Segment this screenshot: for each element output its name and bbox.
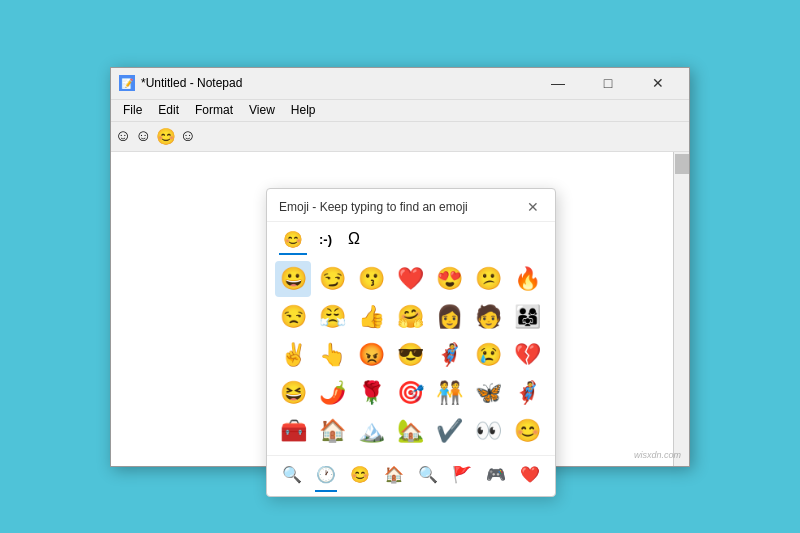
window-title: *Untitled - Notepad bbox=[141, 76, 535, 90]
emoji-cell[interactable]: 😆 bbox=[275, 375, 311, 411]
scrollbar-thumb[interactable] bbox=[675, 154, 689, 174]
toolbar-emoji-3[interactable]: 😊 bbox=[156, 127, 176, 146]
emoji-tabs: 😊 :-) Ω bbox=[267, 222, 555, 255]
window-controls: — □ ✕ bbox=[535, 68, 681, 98]
emoji-panel: Emoji - Keep typing to find an emoji ✕ 😊… bbox=[266, 188, 556, 497]
menu-format[interactable]: Format bbox=[187, 101, 241, 119]
emoji-cell[interactable]: 😡 bbox=[353, 337, 389, 373]
emoji-footer: 🔍 🕐 😊 🏠 🔍 🚩 🎮 ❤️ bbox=[267, 455, 555, 496]
emoji-cell[interactable]: 🏡 bbox=[392, 413, 428, 449]
scrollbar[interactable] bbox=[673, 152, 689, 466]
emoji-tab-kaomoji[interactable]: :-) bbox=[311, 228, 340, 251]
toolbar-emoji-4[interactable]: ☺ bbox=[180, 127, 196, 145]
emoji-cell[interactable]: 😤 bbox=[314, 299, 350, 335]
footer-search-icon[interactable]: 🔍 bbox=[277, 460, 307, 490]
emoji-cell[interactable]: 🎯 bbox=[392, 375, 428, 411]
emoji-cell[interactable]: 🏠 bbox=[314, 413, 350, 449]
emoji-cell[interactable]: 🧰 bbox=[275, 413, 311, 449]
notepad-icon: 📝 bbox=[119, 75, 135, 91]
emoji-cell[interactable]: 🌶️ bbox=[314, 375, 350, 411]
toolbar: ☺ ☺ 😊 ☺ bbox=[111, 122, 689, 152]
menu-edit[interactable]: Edit bbox=[150, 101, 187, 119]
emoji-cell[interactable]: 👀 bbox=[471, 413, 507, 449]
watermark: wisxdn.com bbox=[634, 450, 681, 460]
footer-activity-icon[interactable]: 🎮 bbox=[481, 460, 511, 490]
emoji-panel-header: Emoji - Keep typing to find an emoji ✕ bbox=[267, 189, 555, 222]
emoji-tab-emoji[interactable]: 😊 bbox=[275, 226, 311, 253]
emoji-panel-title: Emoji - Keep typing to find an emoji bbox=[279, 200, 468, 214]
emoji-cell[interactable]: 😀 bbox=[275, 261, 311, 297]
emoji-cell[interactable]: 😒 bbox=[275, 299, 311, 335]
menu-view[interactable]: View bbox=[241, 101, 283, 119]
minimize-button[interactable]: — bbox=[535, 68, 581, 98]
emoji-cell[interactable]: 💔 bbox=[510, 337, 546, 373]
menu-bar: File Edit Format View Help bbox=[111, 100, 689, 122]
close-button[interactable]: ✕ bbox=[635, 68, 681, 98]
emoji-cell[interactable]: 😍 bbox=[432, 261, 468, 297]
emoji-cell[interactable]: 🦸 bbox=[432, 337, 468, 373]
emoji-cell[interactable]: 👩 bbox=[432, 299, 468, 335]
emoji-cell[interactable]: 🧑 bbox=[471, 299, 507, 335]
emoji-cell[interactable]: 😕 bbox=[471, 261, 507, 297]
menu-help[interactable]: Help bbox=[283, 101, 324, 119]
emoji-cell[interactable]: 😊 bbox=[510, 413, 546, 449]
emoji-grid: 😀 😏 😗 ❤️ 😍 😕 🔥 😒 😤 👍 🤗 👩 🧑 👨‍👩‍👧 ✌️ 👆 😡 … bbox=[267, 255, 555, 455]
emoji-close-button[interactable]: ✕ bbox=[523, 197, 543, 217]
emoji-cell[interactable]: 😗 bbox=[353, 261, 389, 297]
toolbar-emoji-1[interactable]: ☺ bbox=[115, 127, 131, 145]
emoji-cell[interactable]: 🏔️ bbox=[353, 413, 389, 449]
emoji-cell[interactable]: 🌹 bbox=[353, 375, 389, 411]
emoji-cell[interactable]: 🤗 bbox=[392, 299, 428, 335]
footer-recent-icon[interactable]: 🕐 bbox=[311, 460, 341, 490]
toolbar-emoji-2[interactable]: ☺ bbox=[135, 127, 151, 145]
footer-home-icon[interactable]: 🏠 bbox=[379, 460, 409, 490]
emoji-cell[interactable]: 👆 bbox=[314, 337, 350, 373]
maximize-button[interactable]: □ bbox=[585, 68, 631, 98]
footer-heart-icon[interactable]: ❤️ bbox=[515, 460, 545, 490]
footer-flag-icon[interactable]: 🚩 bbox=[447, 460, 477, 490]
emoji-cell[interactable]: ✌️ bbox=[275, 337, 311, 373]
emoji-cell[interactable]: ✔️ bbox=[432, 413, 468, 449]
menu-file[interactable]: File bbox=[115, 101, 150, 119]
emoji-cell[interactable]: 🦋 bbox=[471, 375, 507, 411]
emoji-cell[interactable]: 😢 bbox=[471, 337, 507, 373]
emoji-cell[interactable]: 😎 bbox=[392, 337, 428, 373]
emoji-cell[interactable]: ❤️ bbox=[392, 261, 428, 297]
emoji-tab-symbols[interactable]: Ω bbox=[340, 226, 368, 252]
emoji-cell[interactable]: 👍 bbox=[353, 299, 389, 335]
notepad-window: 📝 *Untitled - Notepad — □ ✕ File Edit Fo… bbox=[110, 67, 690, 467]
emoji-cell[interactable]: 🔥 bbox=[510, 261, 546, 297]
emoji-cell[interactable]: 🦸 bbox=[510, 375, 546, 411]
emoji-cell[interactable]: 🧑‍🤝‍🧑 bbox=[432, 375, 468, 411]
emoji-cell[interactable]: 👨‍👩‍👧 bbox=[510, 299, 546, 335]
title-bar: 📝 *Untitled - Notepad — □ ✕ bbox=[111, 68, 689, 100]
footer-nature-icon[interactable]: 🔍 bbox=[413, 460, 443, 490]
footer-emoji-icon[interactable]: 😊 bbox=[345, 460, 375, 490]
emoji-cell[interactable]: 😏 bbox=[314, 261, 350, 297]
